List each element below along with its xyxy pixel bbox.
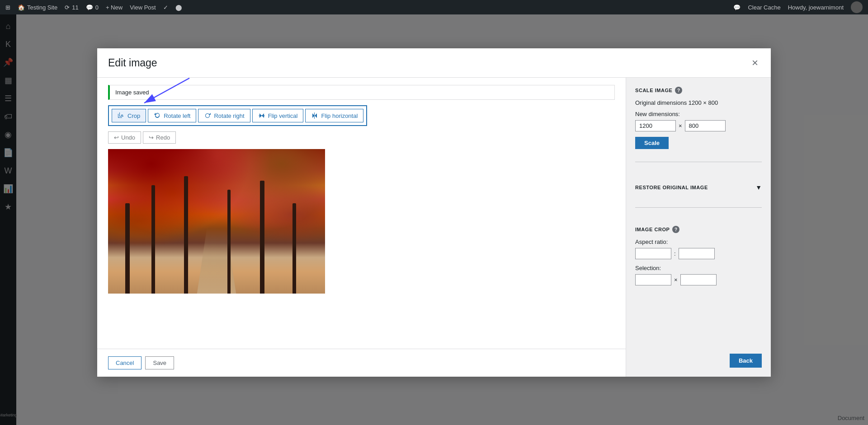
modal-close-button[interactable]: × bbox=[750, 56, 760, 70]
redo-label: Redo bbox=[156, 134, 170, 141]
notice-text: Image saved bbox=[115, 89, 149, 96]
undo-button[interactable]: ↩ Undo bbox=[108, 131, 141, 144]
comments-icon: 💬 bbox=[86, 4, 93, 11]
restore-title: RESTORE ORIGINAL IMAGE bbox=[635, 185, 708, 190]
modal-body: Image saved bbox=[97, 78, 771, 377]
aspect-height-input[interactable] bbox=[679, 248, 715, 259]
rotate-left-button[interactable]: Rotate left bbox=[148, 109, 196, 122]
flip-vertical-button[interactable]: Flip vertical bbox=[252, 109, 304, 122]
editor-scroll-content: Image saved bbox=[97, 78, 626, 349]
new-dimensions-label: New dimensions: bbox=[635, 111, 762, 117]
clear-cache-link[interactable]: Clear Cache bbox=[748, 4, 780, 11]
back-button[interactable]: Back bbox=[730, 354, 762, 368]
view-post-link[interactable]: View Post bbox=[130, 4, 156, 11]
updates-link[interactable]: ⟳ 11 bbox=[65, 4, 78, 11]
redo-button[interactable]: ↪ Redo bbox=[143, 131, 176, 144]
selection-inputs: × bbox=[635, 274, 762, 285]
flip-vertical-icon bbox=[258, 112, 265, 119]
flip-vertical-label: Flip vertical bbox=[268, 112, 298, 119]
rotate-right-label: Rotate right bbox=[214, 112, 244, 119]
modal-title: Edit image bbox=[108, 57, 157, 69]
edit-image-modal: Edit image × Image saved bbox=[97, 48, 771, 377]
cancel-button[interactable]: Cancel bbox=[108, 356, 142, 369]
trunk-4 bbox=[227, 190, 231, 294]
aspect-ratio-label: Aspect ratio: bbox=[635, 238, 762, 245]
aspect-ratio-inputs: : bbox=[635, 248, 762, 259]
yoast-icon[interactable]: ✓ bbox=[163, 4, 168, 11]
crop-button[interactable]: Crop bbox=[112, 109, 146, 122]
original-dimensions: Original dimensions 1200 × 800 bbox=[635, 99, 762, 106]
scale-help-icon[interactable]: ? bbox=[675, 87, 682, 94]
avatar bbox=[851, 1, 863, 13]
image-crop-section: IMAGE CROP ? Aspect ratio: : Selection: … bbox=[635, 226, 762, 291]
scale-image-section: SCALE IMAGE ? Original dimensions 1200 ×… bbox=[635, 87, 762, 149]
aspect-width-input[interactable] bbox=[635, 248, 671, 259]
flip-horizontal-icon bbox=[311, 112, 318, 119]
selection-label: Selection: bbox=[635, 265, 762, 271]
back-bar: Back bbox=[635, 348, 762, 368]
site-name[interactable]: 🏠 Testing Site bbox=[18, 4, 57, 11]
home-icon: 🏠 bbox=[18, 4, 25, 11]
editor-toolbar: Crop Rotate left bbox=[108, 105, 367, 126]
scale-button[interactable]: Scale bbox=[635, 137, 669, 149]
trunk-2 bbox=[151, 185, 155, 294]
extra-icon[interactable]: ⬤ bbox=[175, 4, 182, 11]
sel-height-input[interactable] bbox=[680, 274, 717, 285]
redo-icon: ↪ bbox=[149, 134, 154, 141]
restore-original-section[interactable]: RESTORE ORIGINAL IMAGE ▼ bbox=[635, 180, 762, 195]
rotate-right-button[interactable]: Rotate right bbox=[198, 109, 250, 122]
editor-area: Image saved bbox=[97, 78, 626, 377]
crop-icon bbox=[118, 112, 125, 119]
howdy-link[interactable]: Howdy, joewarnimont bbox=[788, 4, 844, 11]
trunk-3 bbox=[184, 176, 188, 294]
sel-separator: × bbox=[674, 276, 678, 283]
flip-horizontal-label: Flip horizontal bbox=[321, 112, 358, 119]
rotate-right-icon bbox=[204, 112, 211, 119]
wp-logo[interactable]: ⊞ bbox=[5, 4, 10, 11]
rotate-left-icon bbox=[154, 112, 161, 119]
trunk-5 bbox=[260, 181, 264, 294]
image-container bbox=[108, 149, 325, 294]
save-button[interactable]: Save bbox=[145, 356, 174, 369]
aspect-separator: : bbox=[674, 250, 676, 257]
sel-width-input[interactable] bbox=[635, 274, 671, 285]
comments-link[interactable]: 💬 0 bbox=[86, 4, 99, 11]
updates-icon: ⟳ bbox=[65, 4, 70, 11]
dim-separator: × bbox=[679, 122, 682, 129]
dimension-inputs: × bbox=[635, 120, 762, 131]
undo-icon: ↩ bbox=[114, 134, 119, 141]
modal-overlay: Edit image × Image saved bbox=[0, 0, 868, 425]
trunk-1 bbox=[125, 203, 130, 294]
scale-image-title: SCALE IMAGE ? bbox=[635, 87, 762, 94]
editor-footer: Cancel Save bbox=[97, 349, 626, 377]
new-content-link[interactable]: + New bbox=[106, 4, 123, 11]
tree-trunks bbox=[108, 149, 325, 294]
undo-label: Undo bbox=[121, 134, 135, 141]
chat-icon[interactable]: 💬 bbox=[733, 4, 741, 11]
flip-horizontal-button[interactable]: Flip horizontal bbox=[305, 109, 363, 122]
undo-redo-row: ↩ Undo ↪ Redo bbox=[108, 131, 615, 144]
trunk-6 bbox=[292, 203, 296, 294]
restore-divider bbox=[635, 207, 762, 208]
modal-header: Edit image × bbox=[97, 48, 771, 78]
restore-arrow-icon: ▼ bbox=[755, 184, 762, 191]
height-input[interactable] bbox=[685, 120, 726, 131]
width-input[interactable] bbox=[635, 120, 676, 131]
rotate-left-label: Rotate left bbox=[164, 112, 190, 119]
crop-help-icon[interactable]: ? bbox=[672, 226, 679, 233]
toolbar-wrapper: Crop Rotate left bbox=[108, 105, 367, 126]
right-panel: SCALE IMAGE ? Original dimensions 1200 ×… bbox=[626, 78, 771, 377]
image-crop-title: IMAGE CROP ? bbox=[635, 226, 762, 233]
crop-label: Crop bbox=[127, 112, 140, 119]
scale-divider bbox=[635, 162, 762, 162]
admin-bar: ⊞ 🏠 Testing Site ⟳ 11 💬 0 + New View Pos… bbox=[0, 0, 868, 14]
image-saved-notice: Image saved bbox=[108, 85, 615, 100]
